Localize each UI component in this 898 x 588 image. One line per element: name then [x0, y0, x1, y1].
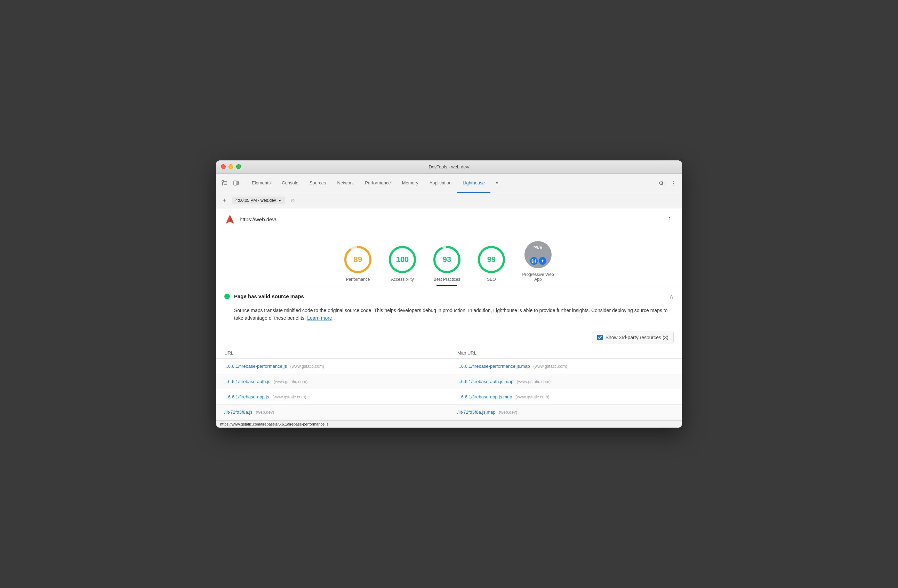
block-network-icon[interactable]: ⊘ — [289, 196, 297, 205]
score-best-practices[interactable]: 93 Best Practices — [432, 244, 462, 286]
lighthouse-header: https://web.dev/ ⋮ — [216, 208, 682, 231]
svg-rect-0 — [222, 180, 224, 182]
url-domain: (www.gstatic.com) — [291, 364, 324, 369]
inspector-icon[interactable] — [219, 177, 230, 189]
score-accessibility[interactable]: 100 Accessibility — [387, 244, 418, 286]
dropdown-icon: ▼ — [278, 199, 282, 203]
score-label-pwa: Progressive Web App — [521, 272, 555, 282]
third-party-checkbox-label[interactable]: Show 3rd-party resources (3) — [592, 332, 674, 343]
table-cell-url: ...6.6.1/firebase-performance.js (www.gs… — [216, 359, 449, 374]
audit-description: Source maps translate minified code to t… — [216, 306, 682, 328]
score-label-accessibility: Accessibility — [391, 277, 414, 282]
map-url-link[interactable]: ...6.6.1/firebase-auth.js.map — [457, 379, 514, 384]
tab-performance[interactable]: Performance — [359, 174, 396, 193]
traffic-lights — [221, 164, 241, 169]
more-menu-icon[interactable]: ⋮ — [668, 177, 679, 189]
score-label-seo: SEO — [487, 277, 496, 282]
tab-lighthouse[interactable]: Lighthouse — [457, 174, 491, 193]
add-session-button[interactable]: + — [220, 196, 229, 205]
table-cell-map-url: /lit-72fd3f8a.js.map (web.dev) — [449, 405, 682, 420]
map-url-domain: (www.gstatic.com) — [517, 379, 550, 384]
scores-section: 89 Performance 100 Accessibility — [216, 231, 682, 286]
score-pwa[interactable]: PWA — [521, 239, 555, 286]
audited-url: https://web.dev/ — [240, 216, 661, 222]
learn-more-link[interactable]: Learn more — [307, 315, 332, 321]
table-row: ...6.6.1/firebase-app.js (www.gstatic.co… — [216, 389, 682, 405]
gauge-pwa: PWA — [523, 239, 554, 270]
gauge-seo: 99 — [476, 244, 507, 275]
tab-console[interactable]: Console — [276, 174, 304, 193]
score-label-best-practices: Best Practices — [434, 277, 460, 282]
status-url: https://www.gstatic.com/firebasejs/6.6.1… — [220, 422, 328, 426]
audit-pass-icon — [224, 294, 230, 299]
toolbar-divider — [244, 179, 244, 187]
table-cell-url: ...6.6.1/firebase-app.js (www.gstatic.co… — [216, 389, 449, 405]
toolbar-right: ⚙ ⋮ — [656, 177, 679, 189]
url-domain: (www.gstatic.com) — [274, 379, 308, 384]
maximize-button[interactable] — [236, 164, 241, 169]
minimize-button[interactable] — [229, 164, 234, 169]
url-link[interactable]: ...6.6.1/firebase-app.js — [224, 394, 269, 399]
tab-sources[interactable]: Sources — [304, 174, 332, 193]
title-bar: DevTools - web.dev/ — [216, 160, 682, 174]
map-url-link[interactable]: /lit-72fd3f8a.js.map — [457, 409, 496, 415]
gauge-performance: 89 — [343, 244, 373, 275]
tab-more[interactable]: » — [491, 174, 504, 193]
url-link[interactable]: /lit-72fd3f8a.js — [224, 409, 252, 415]
lighthouse-more-button[interactable]: ⋮ — [665, 215, 674, 224]
tab-application[interactable]: Application — [424, 174, 457, 193]
score-value-performance: 89 — [354, 255, 362, 264]
map-url-domain: (www.gstatic.com) — [533, 364, 567, 369]
settings-icon[interactable]: ⚙ — [656, 177, 667, 189]
source-maps-table: URL Map URL ...6.6.1/firebase-performanc… — [216, 348, 682, 420]
browser-window: DevTools - web.dev/ Elements — [216, 160, 682, 428]
url-link[interactable]: ...6.6.1/firebase-auth.js — [224, 379, 270, 384]
tab-memory[interactable]: Memory — [397, 174, 424, 193]
svg-rect-2 — [237, 182, 238, 185]
map-url-domain: (web.dev) — [499, 410, 517, 415]
table-controls: Show 3rd-party resources (3) — [216, 328, 682, 348]
url-domain: (web.dev) — [256, 410, 274, 415]
table-cell-map-url: ...6.6.1/firebase-performance.js.map (ww… — [449, 359, 682, 374]
svg-rect-1 — [234, 181, 237, 185]
devtools-panel: Elements Console Sources Network Perform… — [216, 174, 682, 428]
devtools-tabs: Elements Console Sources Network Perform… — [246, 174, 655, 193]
map-url-link[interactable]: ...6.6.1/firebase-app.js.map — [457, 394, 512, 399]
audit-header[interactable]: Page has valid source maps ∧ — [216, 286, 682, 306]
devtools-toolbar: Elements Console Sources Network Perform… — [216, 174, 682, 193]
col-url-header: URL — [216, 348, 449, 359]
table-cell-map-url: ...6.6.1/firebase-app.js.map (www.gstati… — [449, 389, 682, 405]
device-icon[interactable] — [231, 177, 242, 189]
table-cell-url: /lit-72fd3f8a.js (web.dev) — [216, 405, 449, 420]
score-performance[interactable]: 89 Performance — [343, 244, 373, 286]
audit-chevron-icon[interactable]: ∧ — [669, 292, 674, 300]
close-button[interactable] — [221, 164, 226, 169]
table-cell-url: ...6.6.1/firebase-auth.js (www.gstatic.c… — [216, 374, 449, 389]
audit-source-maps: Page has valid source maps ∧ Source maps… — [216, 286, 682, 421]
map-url-link[interactable]: ...6.6.1/firebase-performance.js.map — [457, 363, 530, 369]
pwa-label: PWA — [534, 246, 543, 250]
third-party-checkbox[interactable] — [597, 335, 603, 340]
tab-elements[interactable]: Elements — [246, 174, 276, 193]
score-value-best-practices: 93 — [443, 255, 451, 264]
gauge-accessibility: 100 — [387, 244, 418, 275]
window-title: DevTools - web.dev/ — [429, 164, 469, 169]
table-cell-map-url: ...6.6.1/firebase-auth.js.map (www.gstat… — [449, 374, 682, 389]
table-row: ...6.6.1/firebase-performance.js (www.gs… — [216, 359, 682, 374]
gauge-best-practices: 93 — [432, 244, 462, 275]
lighthouse-logo — [224, 214, 235, 225]
table-row: ...6.6.1/firebase-auth.js (www.gstatic.c… — [216, 374, 682, 389]
checkbox-label-text: Show 3rd-party resources (3) — [606, 335, 669, 340]
score-seo[interactable]: 99 SEO — [476, 244, 507, 286]
score-label-performance: Performance — [346, 277, 370, 282]
audit-panel: Page has valid source maps ∧ Source maps… — [216, 286, 682, 421]
session-selector[interactable]: 4:00:05 PM - web.dev ▼ — [232, 197, 285, 204]
map-url-domain: (www.gstatic.com) — [515, 394, 549, 399]
col-map-url-header: Map URL — [449, 348, 682, 359]
url-link[interactable]: ...6.6.1/firebase-performance.js — [224, 363, 287, 369]
audit-title: Page has valid source maps — [234, 293, 665, 299]
score-value-accessibility: 100 — [396, 255, 409, 264]
tab-network[interactable]: Network — [332, 174, 360, 193]
score-value-seo: 99 — [487, 255, 496, 264]
table-row: /lit-72fd3f8a.js (web.dev) /lit-72fd3f8a… — [216, 405, 682, 420]
